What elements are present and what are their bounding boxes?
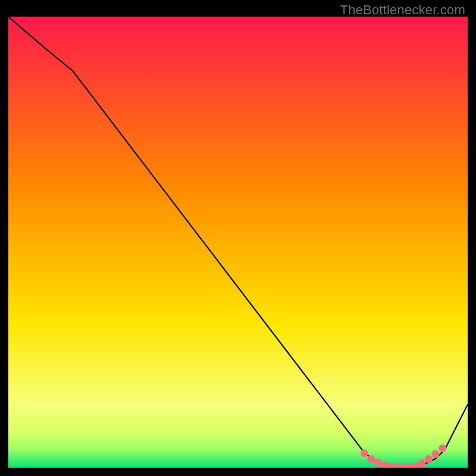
highlight-dot [367, 455, 375, 463]
highlight-dot [361, 449, 368, 457]
highlight-dot [439, 444, 446, 452]
watermark-label: TheBottlenecker.com [340, 2, 465, 18]
gradient-background [8, 17, 468, 468]
highlight-dot [432, 450, 440, 458]
highlight-dot [418, 459, 425, 467]
highlight-dot [425, 455, 433, 463]
bottleneck-chart [8, 17, 468, 468]
highlight-dot [374, 459, 382, 466]
